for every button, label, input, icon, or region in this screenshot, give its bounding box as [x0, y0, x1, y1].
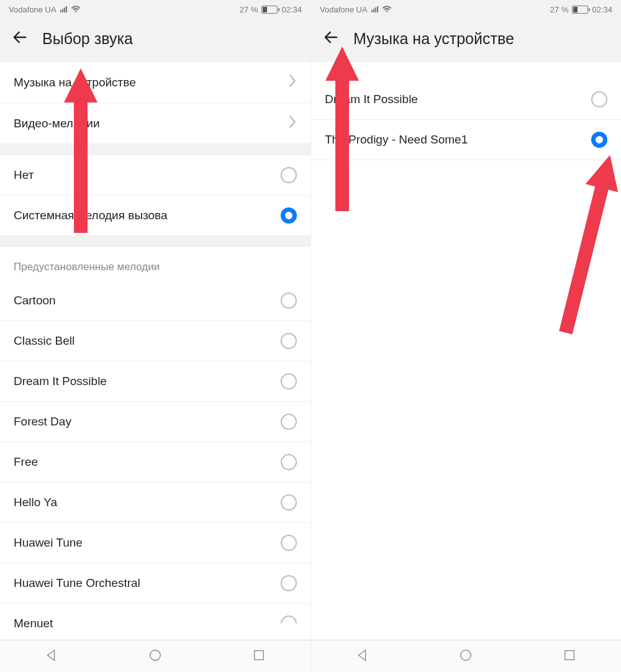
svg-point-0 — [150, 650, 161, 660]
content: Dream It Possible The Prodigy - Need Som… — [311, 62, 621, 640]
back-button[interactable] — [11, 29, 29, 48]
radio-icon — [281, 535, 297, 551]
header: Выбор звука — [0, 19, 310, 62]
page-title: Выбор звука — [42, 30, 133, 48]
wifi-icon — [382, 6, 392, 13]
nav-back-icon[interactable] — [356, 648, 369, 665]
nav-item-music-on-device[interactable]: Музыка на устройстве — [0, 62, 310, 103]
radio-icon — [281, 167, 297, 183]
back-button[interactable] — [322, 29, 340, 48]
preset-classic-bell[interactable]: Classic Bell — [0, 321, 310, 361]
chevron-right-icon — [288, 74, 297, 91]
option-none[interactable]: Нет — [0, 155, 310, 196]
row-label: Dream It Possible — [325, 93, 418, 106]
clock: 02:34 — [592, 5, 612, 14]
battery-pct: 27 % — [550, 5, 569, 14]
row-label: Menuet — [14, 617, 53, 630]
system-navbar — [311, 640, 621, 672]
track-dream-it-possible[interactable]: Dream It Possible — [311, 79, 621, 120]
radio-icon — [281, 333, 297, 349]
preset-huawei-tune[interactable]: Huawei Tune — [0, 523, 310, 563]
radio-icon — [281, 454, 297, 470]
preset-cartoon[interactable]: Cartoon — [0, 281, 310, 321]
preset-huawei-tune-orchestral[interactable]: Huawei Tune Orchestral — [0, 563, 310, 604]
clock: 02:34 — [281, 5, 302, 14]
row-label: Системная мелодия вызова — [14, 209, 168, 222]
header: Музыка на устройстве — [311, 19, 621, 62]
preset-forest-day[interactable]: Forest Day — [0, 402, 310, 442]
signal-icon — [371, 6, 378, 12]
svg-rect-4 — [564, 650, 574, 660]
row-label: Huawei Tune Orchestral — [14, 576, 140, 590]
carrier-label: Vodafone UA — [9, 5, 57, 14]
signal-icon — [60, 6, 67, 12]
option-system-ringtone[interactable]: Системная мелодия вызова — [0, 196, 310, 236]
row-label: Classic Bell — [14, 334, 75, 348]
status-bar: Vodafone UA 27 % 02:34 — [311, 0, 621, 19]
radio-selected-icon — [591, 132, 607, 148]
page-title: Музыка на устройстве — [353, 30, 514, 48]
nav-home-icon[interactable] — [459, 648, 473, 665]
nav-recent-icon[interactable] — [252, 648, 266, 665]
radio-icon — [591, 91, 607, 107]
radio-icon — [281, 373, 297, 389]
radio-icon — [281, 615, 297, 632]
nav-recent-icon[interactable] — [563, 648, 576, 665]
radio-icon — [281, 293, 297, 309]
preset-hello-ya[interactable]: Hello Ya — [0, 483, 310, 523]
content: Музыка на устройстве Видео-мелодии Нет С… — [0, 62, 310, 640]
svg-rect-1 — [254, 650, 263, 660]
preset-dream-it-possible[interactable]: Dream It Possible — [0, 361, 310, 402]
section-spacer — [0, 236, 310, 247]
row-label: Hello Ya — [14, 496, 57, 509]
radio-selected-icon — [281, 207, 297, 224]
battery-icon — [572, 6, 588, 14]
phone-left: Vodafone UA 27 % 02:34 Выбор звука Музык… — [0, 0, 310, 672]
radio-icon — [281, 575, 297, 591]
row-label: Cartoon — [14, 294, 56, 307]
row-label: Forest Day — [14, 415, 71, 429]
battery-icon — [261, 6, 278, 14]
nav-item-video-ringtones[interactable]: Видео-мелодии — [0, 103, 310, 144]
nav-back-icon[interactable] — [45, 648, 58, 665]
svg-point-3 — [461, 650, 471, 660]
track-prodigy-need-some1[interactable]: The Prodigy - Need Some1 — [311, 120, 621, 160]
phone-right: Vodafone UA 27 % 02:34 Музыка на устройс… — [310, 0, 621, 672]
radio-icon — [281, 494, 297, 511]
radio-icon — [281, 414, 297, 430]
row-label: Музыка на устройстве — [14, 76, 136, 89]
wifi-icon — [71, 6, 81, 13]
row-label: Нет — [14, 168, 34, 182]
row-label: The Prodigy - Need Some1 — [325, 133, 468, 147]
battery-pct: 27 % — [240, 5, 258, 14]
section-spacer — [0, 144, 310, 155]
preset-menuet[interactable]: Menuet — [0, 604, 310, 640]
section-header-presets: Предустановленные мелодии — [0, 247, 310, 281]
preset-free[interactable]: Free — [0, 442, 310, 483]
row-label: Видео-мелодии — [14, 117, 100, 130]
status-bar: Vodafone UA 27 % 02:34 — [0, 0, 310, 19]
carrier-label: Vodafone UA — [320, 5, 368, 14]
row-label: Huawei Tune — [14, 536, 83, 550]
system-navbar — [0, 640, 310, 672]
chevron-right-icon — [288, 115, 297, 132]
row-label: Free — [14, 455, 38, 469]
row-label: Dream It Possible — [14, 375, 107, 388]
nav-home-icon[interactable] — [148, 648, 162, 665]
